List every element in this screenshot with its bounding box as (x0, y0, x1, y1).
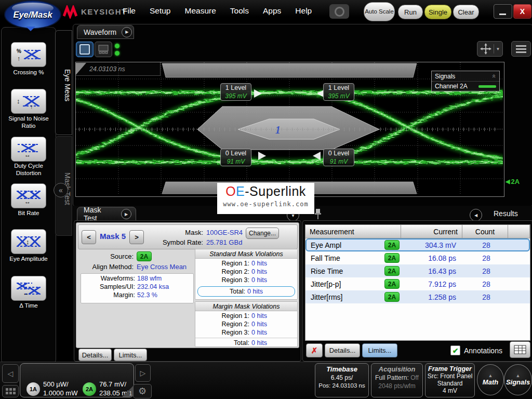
collapse-icon: « (59, 186, 63, 194)
margin-total: Total: 0 hits (195, 338, 297, 348)
delta-time-label: Δ Time (2, 302, 56, 309)
legend-collapse-icon[interactable]: « (490, 74, 498, 78)
table-layout-button[interactable] (510, 341, 530, 358)
dcd-button[interactable]: ↔ (11, 137, 46, 162)
source-label: Source: (82, 252, 134, 260)
tab-results-label[interactable]: Results (494, 209, 518, 218)
scroll-right-button[interactable]: ▷ (135, 364, 151, 382)
acquisition-box[interactable]: Acquisition Full Pattern: Off 2048 pts/w… (371, 363, 423, 397)
source-badge: 2A (384, 253, 400, 263)
bit-rate-button[interactable]: ↔ (11, 183, 46, 208)
mask-test-tab-menu-icon[interactable]: ▶ (121, 209, 131, 219)
table-row[interactable]: Fall Time 2A 16.08 ps 28 (305, 251, 530, 264)
bit-rate-icon: ↔ (17, 188, 41, 204)
settings-button[interactable]: ⚙ (133, 384, 152, 398)
close-button[interactable]: X (513, 4, 531, 19)
grid-view-button[interactable] (95, 42, 112, 57)
table-row[interactable]: Rise Time 2A 16.43 ps 28 (305, 264, 530, 277)
one-level-label-left: 1 Level395 mV (220, 83, 251, 101)
change-mask-button[interactable]: Change... (246, 228, 279, 239)
align-method-label: Align Method: (76, 263, 134, 271)
menu-tools[interactable]: Tools (230, 6, 249, 16)
signals-button[interactable]: ▲ Signals (504, 364, 532, 395)
scroll-left-button[interactable]: ◁ (2, 364, 19, 383)
zero-level-label-left: 0 Level91 mV (220, 149, 251, 166)
collapse-sidebar-button[interactable]: « (54, 183, 68, 197)
clear-button[interactable]: Clear (453, 5, 479, 19)
delta-time-button[interactable]: ↔ (11, 276, 46, 301)
menu-apps[interactable]: Apps (263, 6, 281, 16)
signals-legend[interactable]: Signals « Channel 2A (431, 71, 500, 91)
math-button[interactable]: ▲ Math (477, 364, 504, 395)
mask-region-number: 1 (275, 124, 281, 136)
tab-mask-test-panel[interactable]: Mask Test ▶ (77, 207, 136, 221)
gear-icon: ⚙ (138, 385, 147, 397)
camera-icon[interactable] (329, 4, 349, 19)
standard-violations-title: Standard Mask Violations (195, 249, 297, 259)
table-row[interactable]: Jitter[p-p] 2A 7.912 ps 28 (305, 277, 530, 290)
table-row[interactable]: Jitter[rms] 2A 1.258 ps 28 (305, 290, 530, 303)
source-badge: 2A (384, 279, 400, 289)
col-count[interactable]: Count (462, 225, 508, 238)
annotations-control[interactable]: ✔ Annotations (450, 345, 502, 355)
minimize-button[interactable] (494, 4, 512, 19)
auto-scale-button[interactable]: Auto Scale (364, 2, 395, 21)
annotations-label: Annotations (464, 347, 502, 355)
minimize-icon (499, 14, 506, 15)
single-view-icon (79, 44, 90, 55)
check-icon: ✔ (453, 347, 459, 355)
channel-1a-badge[interactable]: 1A (26, 382, 40, 396)
table-row[interactable]: Eye Ampl 2A 304.3 mV 28 (305, 238, 530, 251)
channel-2a-marker[interactable]: ◀ 2A (506, 178, 520, 185)
close-icon: X (520, 7, 525, 16)
crossing-percent-button[interactable]: % ↑ (11, 42, 46, 67)
channel-2a-badge[interactable]: 2A (83, 382, 96, 396)
single-button[interactable]: Single (424, 5, 451, 19)
move-dropdown-icon[interactable]: ▼ (494, 44, 500, 54)
align-method-value: Eye Cross Mean (137, 263, 187, 271)
samples-value: 232.04 ksa (137, 283, 169, 291)
eye-amplitude-icon: ↕ (17, 234, 41, 249)
menu-setup[interactable]: Setup (150, 6, 171, 16)
waveform-tab-menu-icon[interactable]: ▶ (122, 27, 132, 37)
bit-rate-label: Bit Rate (2, 209, 56, 217)
standard-violations-box: Standard Mask Violations Region 1: 0 hit… (195, 249, 298, 300)
previous-mask-button[interactable]: < (82, 230, 96, 244)
acquisition-pattern: Full Pattern: Off (371, 374, 422, 381)
results-limits-button[interactable]: Limits... (362, 343, 397, 357)
results-table: Measurement Current Count Eye Ampl 2A 30… (305, 224, 530, 341)
channel-grid-button[interactable] (2, 385, 19, 397)
eye-amplitude-button[interactable]: ↕ (11, 229, 46, 254)
col-current[interactable]: Current (401, 225, 462, 238)
mask-limits-button[interactable]: Limits... (114, 349, 147, 361)
frame-trigger-box[interactable]: Frame Trigger Src: Front Panel Standard … (425, 363, 475, 397)
run-button[interactable]: Run (398, 5, 423, 19)
delete-measurement-button[interactable]: ✗ (306, 343, 323, 357)
channel-readout-panel[interactable]: 1A 500 µW/1.0000 mW 2A 76.7 mV/238.05 mV… (20, 363, 134, 397)
tab-eye-meas[interactable]: Eye Meas (55, 30, 72, 135)
results-panel: Measurement Current Count Eye Ampl 2A 30… (302, 220, 532, 362)
eye-diagram-display[interactable]: 1 24.03103 ns Signals « Channel 2A (75, 62, 504, 197)
single-view-button[interactable] (76, 42, 94, 57)
results-tab-menu-icon[interactable]: ◀ (470, 209, 482, 221)
svg-text:↕: ↕ (26, 238, 30, 246)
signals-label: Signals (506, 378, 530, 386)
menu-measure[interactable]: Measure (185, 6, 216, 16)
annotations-checkbox[interactable]: ✔ (450, 345, 460, 355)
next-mask-button[interactable]: > (129, 230, 144, 244)
pin-icon[interactable] (314, 208, 322, 220)
mask-title: Mask 5 (98, 232, 127, 241)
zero-level-label-right: 0 Level91 mV (323, 149, 354, 166)
menu-file[interactable]: File (123, 6, 136, 16)
mask-details-button[interactable]: Details... (78, 349, 112, 361)
timebase-box[interactable]: Timebase 6.45 ps/ Pos: 24.03103 ns (315, 363, 369, 397)
tab-waveform[interactable]: Waveform ▶ (77, 25, 134, 39)
display-menu-button[interactable] (511, 41, 531, 57)
menu-help[interactable]: Help (295, 6, 312, 16)
snr-button[interactable]: ↕ ↑ (11, 89, 46, 114)
results-details-button[interactable]: Details... (325, 343, 360, 357)
measurement-sidebar: % ↑ Crossing % ↕ ↑ Signal to Noise Ratio… (1, 27, 56, 364)
move-display-button[interactable]: ▼ (477, 41, 503, 57)
col-measurement[interactable]: Measurement (305, 225, 401, 238)
timebase-position: Pos: 24.03103 ns (315, 382, 368, 389)
